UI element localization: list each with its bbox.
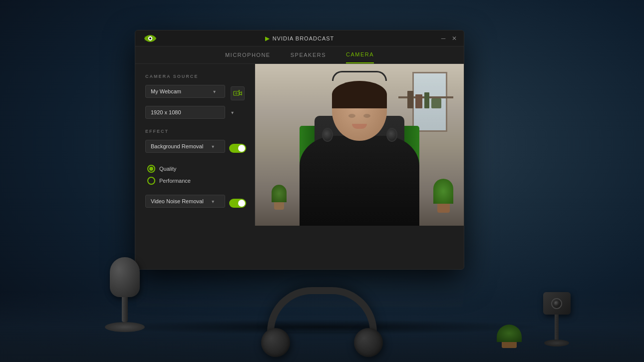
room-plant (272, 185, 287, 210)
camera-preview-panel (255, 64, 464, 226)
person-silhouette (290, 66, 429, 226)
toggle-knob (238, 145, 245, 152)
camera-settings-button[interactable] (231, 86, 245, 100)
quality-label: Quality (159, 166, 176, 172)
shelf-item-4 (431, 98, 441, 108)
effect-2-toggle[interactable] (229, 199, 246, 208)
effect2-dropdown[interactable]: Video Noise Removal Background Removal (145, 195, 225, 208)
small-cam-body (543, 292, 571, 315)
performance-radio[interactable] (147, 177, 155, 185)
headset-left-cup (322, 128, 333, 142)
small-camera-device (537, 292, 577, 352)
resolution-dropdown-wrapper: 1920 x 1080 1280 x 720 ▾ (145, 106, 245, 119)
app-title: NVIDIA BROADCAST (273, 35, 334, 41)
effect-section: EFFECT Background Removal Video Noise Re… (145, 129, 245, 212)
camera-source-dropdown[interactable]: My Webcam (145, 85, 225, 98)
effect-1-row: Background Removal Video Noise Removal V… (145, 140, 245, 157)
quality-option[interactable]: Quality (147, 165, 245, 173)
left-eye (348, 114, 355, 118)
headset-arc (332, 71, 387, 81)
lens-inner (554, 301, 559, 306)
person-hair (332, 81, 387, 108)
plant-leaves (272, 185, 287, 202)
mic-body (122, 297, 128, 322)
nav-tabs: MICROPHONE SPEAKERS CAMERA (135, 46, 464, 64)
effect2-dropdown-wrapper: Video Noise Removal Background Removal ▾ (145, 195, 225, 208)
toggle-knob-2 (238, 200, 245, 207)
source-dropdown-wrapper: My Webcam ▾ (145, 85, 227, 98)
left-panel: CAMERA SOURCE My Webcam ▾ (135, 64, 255, 226)
close-button[interactable]: ✕ (451, 35, 458, 42)
effect-label: EFFECT (145, 129, 245, 134)
headphones-band (267, 287, 377, 332)
tab-camera[interactable]: CAMERA (346, 51, 374, 63)
performance-option[interactable]: Performance (147, 177, 245, 185)
svg-point-3 (236, 93, 237, 94)
headphones-device (252, 287, 392, 352)
right-cup (354, 328, 383, 357)
room-scene (255, 64, 464, 226)
headset-right-cup (386, 128, 397, 142)
devices-area (22, 252, 622, 362)
title-bar-left (141, 31, 159, 45)
camera-source-label: CAMERA SOURCE (145, 74, 245, 79)
foreground-plant (497, 325, 522, 347)
camera-source-row: My Webcam ▾ (145, 85, 245, 102)
cam-stand (555, 315, 559, 340)
right-eye (363, 114, 370, 118)
right-plant-leaves (433, 179, 453, 204)
monitor-container: ▶ NVIDIA BROADCAST ─ ✕ MICROPHONE SPEAKE… (135, 30, 464, 270)
full-scene: ▶ NVIDIA BROADCAST ─ ✕ MICROPHONE SPEAKE… (0, 0, 644, 362)
right-plants (433, 179, 453, 213)
nvidia-logo (141, 31, 159, 45)
cam-base (544, 340, 569, 347)
left-cup (261, 328, 290, 357)
person-body (300, 136, 419, 226)
mouth (352, 124, 367, 129)
svg-rect-2 (234, 91, 239, 95)
resolution-dropdown[interactable]: 1920 x 1080 1280 x 720 (145, 106, 225, 119)
radio-options: Quality Performance (145, 161, 245, 195)
effect-2-row: Video Noise Removal Background Removal ▾ (145, 195, 245, 212)
broadcast-icon: ▶ (265, 35, 270, 42)
title-center: ▶ NVIDIA BROADCAST (265, 35, 334, 42)
minimize-button[interactable]: ─ (440, 35, 447, 42)
plant-pot (274, 202, 284, 210)
fg-plant-pot (502, 342, 517, 348)
right-plant-pot (437, 204, 450, 213)
svg-point-1 (149, 37, 151, 39)
effect-dropdown[interactable]: Background Removal Video Noise Removal V… (145, 140, 225, 153)
tab-speakers[interactable]: SPEAKERS (291, 52, 326, 63)
performance-label: Performance (159, 178, 191, 184)
camera-lens (551, 298, 562, 309)
mic-head (110, 257, 140, 297)
fg-plant-leaves (497, 325, 522, 342)
person-head (332, 81, 387, 141)
main-content: CAMERA SOURCE My Webcam ▾ (135, 64, 464, 226)
app-window: ▶ NVIDIA BROADCAST ─ ✕ MICROPHONE SPEAKE… (135, 30, 464, 270)
headphones-cups (252, 328, 392, 357)
camera-preview (255, 64, 464, 226)
quality-radio[interactable] (147, 165, 155, 173)
window-controls: ─ ✕ (440, 35, 458, 42)
effect-1-toggle[interactable] (229, 144, 246, 153)
resolution-dropdown-arrow: ▾ (231, 110, 234, 115)
tab-microphone[interactable]: MICROPHONE (225, 52, 271, 63)
effect-dropdown-wrapper: Background Removal Video Noise Removal V… (145, 140, 225, 153)
mic-base (105, 322, 145, 332)
microphone-device (102, 257, 147, 347)
title-bar: ▶ NVIDIA BROADCAST ─ ✕ (135, 30, 464, 46)
